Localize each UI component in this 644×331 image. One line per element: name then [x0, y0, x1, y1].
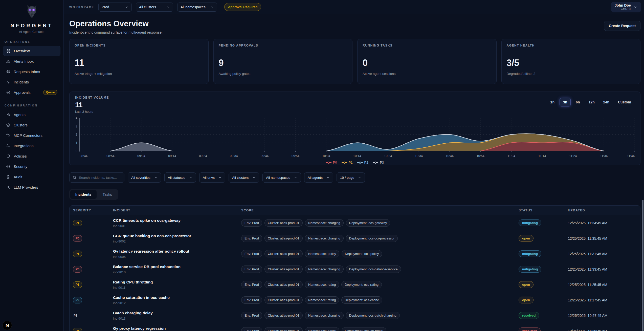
table-row-inc-9002[interactable]: P0CCR queue backlog on ocs-ccr-processor…	[70, 231, 640, 246]
updated-time: 12/25/2025, 11:25:45 AM	[568, 283, 607, 287]
updated-time: 12/25/2025, 11:29:45 AM	[568, 329, 607, 331]
search-input[interactable]	[79, 176, 121, 180]
svg-text:09:04: 09:04	[137, 154, 145, 158]
severity-badge: P1	[73, 328, 82, 331]
filter-select-all-statuses[interactable]: All statuses	[164, 172, 196, 183]
sidebar-item-clusters[interactable]: Clusters	[3, 120, 60, 130]
scope-chip: Namespace: charging	[305, 219, 343, 227]
stat-sub: Degraded/offline: 2	[507, 72, 635, 76]
sidebar-item-overview[interactable]: Overview	[3, 46, 60, 56]
svg-text:0: 0	[76, 149, 77, 153]
create-request-button[interactable]: Create Request	[604, 21, 640, 31]
filter-select-all-envs[interactable]: All envs	[199, 172, 225, 183]
chevron-down-icon	[218, 176, 222, 179]
queue-badge: Queue	[43, 90, 57, 95]
table-row-inc-9012[interactable]: P2Cache saturation in ocs-cacheinc-9012E…	[70, 292, 640, 308]
scope-chip: Cluster: atlas-prod-01	[264, 281, 303, 288]
legend-item-p2[interactable]: P2	[357, 161, 368, 164]
updated-time: 12/25/2025, 11:33:45 AM	[568, 267, 607, 271]
sidebar-item-llm-providers[interactable]: LLM Providers	[3, 182, 60, 192]
dev-overlay-button[interactable]: N	[3, 321, 12, 330]
legend-label: P3	[380, 161, 384, 164]
user-menu[interactable]: John Doe ADMIN	[611, 2, 641, 12]
table-row-inc-9013[interactable]: P3Batch charging delayinc-9013Env: ProdC…	[70, 308, 640, 323]
tab-incidents[interactable]: Incidents	[70, 190, 97, 199]
range-button-3h[interactable]: 3h	[560, 98, 571, 106]
scope-chip: Namespace: charging	[305, 266, 343, 273]
sidebar-item-policies[interactable]: Policies	[3, 151, 60, 161]
page-header: Operations Overview Incident-centric com…	[69, 19, 640, 34]
namespaces-select[interactable]: All namespaces	[177, 3, 217, 12]
range-button-6h[interactable]: 6h	[572, 98, 583, 106]
sidebar-item-alerts-inbox[interactable]: Alerts Inbox	[3, 56, 60, 66]
scope-chip: Env: Prod	[241, 266, 262, 273]
scope-chip: Namespace: policy	[305, 250, 339, 257]
incident-cell: Gy proxy latency regressioninc-9015	[109, 326, 238, 331]
filter-select-all-agents[interactable]: All agents	[304, 172, 333, 183]
shield-icon	[6, 154, 11, 158]
range-button-12h[interactable]: 12h	[585, 98, 598, 106]
user-role: ADMIN	[615, 8, 631, 11]
chevron-down-icon	[210, 5, 214, 9]
sidebar-item-approvals[interactable]: ApprovalsQueue	[3, 87, 60, 97]
filter-select-all-namespaces[interactable]: All namespaces	[262, 172, 301, 183]
range-button-24h[interactable]: 24h	[600, 98, 613, 106]
incident-id: inc-9012	[113, 301, 238, 305]
table-row-inc-9006[interactable]: P1Gy latency regression after policy rol…	[70, 246, 640, 261]
range-button-custom[interactable]: Custom	[614, 98, 635, 106]
sidebar-item-integrations[interactable]: Integrations	[3, 141, 60, 151]
sidebar-item-label: Approvals	[14, 90, 31, 95]
scrollbar-thumb[interactable]	[642, 200, 643, 331]
range-button-1h[interactable]: 1h	[547, 98, 558, 106]
app-root: NFORGENT AI Agent Console OPERATIONSOver…	[0, 0, 644, 331]
nav-section-label: CONFIGURATION	[5, 104, 59, 107]
updated-cell: 12/25/2025, 11:25:45 AM	[564, 282, 640, 287]
chevron-down-icon	[326, 176, 330, 179]
sidebar-item-requests-inbox[interactable]: Requests Inbox	[3, 67, 60, 77]
updated-cell: 12/25/2025, 11:34:45 AM	[564, 221, 640, 225]
table-row-inc-9001[interactable]: P1CCR timeouts spike on ocs-gatewayinc-9…	[70, 215, 640, 231]
tab-tasks[interactable]: Tasks	[98, 190, 117, 199]
sidebar-nav: OPERATIONSOverviewAlerts InboxRequests I…	[3, 40, 60, 192]
scope-chip: Cluster: atlas-prod-01	[264, 296, 303, 304]
table-row-inc-9010[interactable]: P0Balance service DB pool exhaustioninc-…	[70, 261, 640, 277]
sidebar-item-audit[interactable]: Audit	[3, 172, 60, 182]
approval-required-badge[interactable]: Approval Required	[224, 3, 261, 11]
sidebar-item-label: LLM Providers	[14, 185, 38, 189]
stat-card-agent-health: AGENT HEALTH3/5Degraded/offline: 2	[501, 39, 641, 84]
sparkles-icon	[6, 185, 11, 189]
sidebar-item-security[interactable]: Security	[3, 161, 60, 171]
clusters-select[interactable]: All clusters	[136, 3, 173, 12]
table-row-inc-9011[interactable]: P1Rating CPU throttlinginc-9011Env: Prod…	[70, 277, 640, 292]
svg-text:10:34: 10:34	[415, 154, 423, 158]
legend-item-p0[interactable]: P0	[326, 161, 337, 164]
sidebar-item-mcp-connectors[interactable]: MCP Connectors	[3, 130, 60, 140]
table-row-inc-9015[interactable]: P1Gy proxy latency regressioninc-9015Env…	[70, 323, 640, 331]
incident-cell: Gy latency regression after policy rollo…	[109, 249, 238, 259]
filter-select-value: 10 / page	[340, 176, 354, 180]
legend-item-p3[interactable]: P3	[373, 161, 384, 164]
updated-cell: 12/25/2025, 11:33:45 AM	[564, 267, 640, 272]
severity-badge: P3	[73, 313, 80, 319]
sidebar-item-label: Security	[14, 164, 27, 169]
filter-select-all-clusters[interactable]: All clusters	[229, 172, 259, 183]
workspace-select[interactable]: Prod	[98, 3, 132, 12]
legend-item-p1[interactable]: P1	[342, 161, 353, 164]
filter-select-10-page[interactable]: 10 / page	[337, 172, 365, 183]
svg-text:09:44: 09:44	[261, 154, 269, 158]
scope-chip: Deployment: ocs-cache	[341, 296, 382, 304]
sidebar-item-label: Policies	[14, 154, 27, 158]
legend-label: P2	[364, 161, 368, 164]
filter-select-all-severities[interactable]: All severities	[128, 172, 161, 183]
sidebar-item-agents[interactable]: Agents	[3, 109, 60, 120]
severity-cell: P1	[70, 328, 109, 331]
table-header: SEVERITYINCIDENTSCOPESTATUSUPDATED	[70, 206, 640, 215]
brand-subtitle: AI Agent Console	[3, 30, 60, 34]
status-cell: mitigating	[515, 250, 564, 257]
status-cell: resolved	[515, 312, 564, 319]
incident-title: Gy latency regression after policy rollo…	[113, 249, 238, 254]
incident-cell: Batch charging delayinc-9013	[109, 311, 238, 320]
sidebar-item-incidents[interactable]: Incidents	[3, 77, 60, 87]
stat-value: 9	[219, 58, 347, 68]
stat-sub: Awaiting policy gates	[219, 72, 347, 76]
